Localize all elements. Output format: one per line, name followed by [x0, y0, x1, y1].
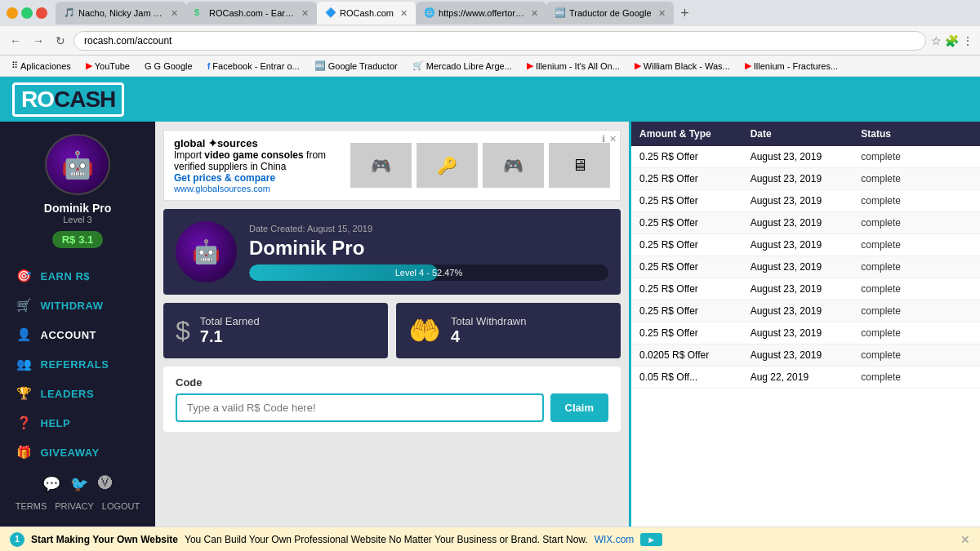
menu-button[interactable]: ⋮: [962, 34, 973, 47]
row-date: August 23, 2019: [751, 261, 862, 273]
row-status: complete: [861, 327, 972, 339]
stat-withdrawn-info: Total Withdrawn 4: [451, 315, 526, 346]
extensions-button[interactable]: 🧩: [945, 34, 959, 47]
logo-text: ROCASH: [12, 82, 124, 117]
account-icon: 👤: [16, 327, 33, 342]
ad-image-4: 🖥: [549, 143, 610, 188]
twitter-icon[interactable]: 🐦: [70, 475, 88, 493]
browser-tab-2[interactable]: $ ROCash.com - Earn Free Robux ✕: [186, 2, 317, 24]
stat-withdrawn-value: 4: [451, 327, 526, 346]
claim-button[interactable]: Claim: [550, 393, 608, 422]
discord-icon[interactable]: 💬: [42, 475, 60, 493]
new-tab-button[interactable]: +: [674, 2, 697, 24]
row-status: complete: [861, 371, 972, 383]
address-input[interactable]: [74, 31, 926, 51]
row-date: August 23, 2019: [751, 305, 862, 317]
sidebar-item-giveaway[interactable]: 🎁 GIVEAWAY: [0, 438, 155, 467]
row-status: complete: [861, 305, 972, 317]
mercado-icon: 🛒: [412, 60, 424, 71]
logout-link[interactable]: LOGOUT: [102, 501, 140, 511]
sidebar-item-referrals[interactable]: 👥 REFERRALS: [0, 349, 155, 379]
browser-tab-3[interactable]: 🔷 ROCash.com ✕: [317, 2, 416, 24]
row-date: August 23, 2019: [751, 239, 862, 251]
avatar: 🤖: [45, 134, 110, 195]
minimize-button[interactable]: [7, 7, 18, 19]
tab-favicon-2: $: [194, 7, 206, 19]
tab-favicon-5: 🔤: [555, 7, 566, 19]
logo-ro: RO: [21, 87, 54, 112]
youtube-icon-4: ▶: [745, 60, 751, 71]
google-icon: G: [145, 61, 152, 71]
table-row: 0.0205 R$ Offer August 23, 2019 complete: [631, 344, 980, 367]
bookmark-illenium1[interactable]: ▶ Illenium - It's All On...: [522, 59, 625, 73]
bookmark-google-translate[interactable]: 🔤 Google Traductor: [310, 59, 403, 73]
sidebar-links: TERMS PRIVACY LOGOUT: [16, 501, 140, 514]
table-row: 0.25 R$ Offer August 23, 2019 complete: [631, 278, 980, 300]
help-icon: ❓: [16, 415, 33, 430]
ad-info-button[interactable]: ℹ: [602, 134, 605, 144]
row-date: Aug 22, 2019: [751, 371, 862, 383]
sidebar-item-help[interactable]: ❓ HELP: [0, 408, 155, 438]
browser-tab-1[interactable]: 🎵 Nacho, Nicky Jam - Mona Lisa - ✕: [56, 2, 186, 24]
tab-label-2: ROCash.com - Earn Free Robux: [209, 8, 295, 18]
bookmark-button[interactable]: ☆: [931, 34, 942, 47]
sidebar-item-withdraw[interactable]: 🛒 WITHDRAW: [0, 291, 155, 320]
row-amount: 0.25 R$ Offer: [639, 239, 751, 251]
profile-xp-bar-container: Level 4 - 52.47%: [249, 264, 608, 281]
row-amount: 0.0205 R$ Offer: [639, 349, 751, 361]
stat-earned-info: Total Earned 7.1: [200, 315, 260, 346]
tab-close-3[interactable]: ✕: [400, 8, 408, 19]
facebook-icon: f: [207, 61, 211, 71]
bottom-bar-close-button[interactable]: ✕: [960, 533, 970, 546]
bottom-bar-cta-button[interactable]: ►: [640, 533, 662, 546]
stats-row: $ Total Earned 7.1 🤲 Total Withdrawn 4: [163, 303, 621, 358]
tab-favicon-4: 🌐: [424, 7, 435, 19]
table-row: 0.25 R$ Offer August 23, 2019 complete: [631, 234, 980, 256]
bottom-bar-cta: Start Making Your Own Website: [31, 534, 178, 545]
bottom-bar: 1 Start Making Your Own Website You Can …: [0, 527, 980, 551]
profile-xp-text: Level 4 - 52.47%: [395, 268, 463, 278]
tab-close-4[interactable]: ✕: [531, 8, 538, 19]
bookmark-william[interactable]: ▶ William Black - Was...: [630, 59, 735, 73]
sidebar-item-account[interactable]: 👤 ACCOUNT: [0, 320, 155, 349]
bookmark-facebook[interactable]: f Facebook - Entrar o...: [203, 60, 305, 73]
bookmark-apps[interactable]: ⠿ Aplicaciones: [7, 59, 76, 73]
forward-button[interactable]: →: [29, 33, 47, 49]
browser-tab-4[interactable]: 🌐 https://www.offertoro.com/ifr/s... ✕: [416, 2, 546, 24]
google-translate-icon: 🔤: [314, 60, 326, 71]
code-label: Code: [176, 376, 608, 389]
privacy-link[interactable]: PRIVACY: [55, 501, 93, 511]
ad-link[interactable]: Get prices & compare: [174, 172, 275, 184]
maximize-button[interactable]: [21, 7, 33, 19]
tab-close-1[interactable]: ✕: [171, 8, 178, 19]
table-rows: 0.25 R$ Offer August 23, 2019 complete 0…: [631, 146, 980, 389]
bookmark-google[interactable]: G G Google: [140, 60, 198, 73]
bookmark-mercado[interactable]: 🛒 Mercado Libre Arge...: [408, 59, 517, 73]
vk-icon[interactable]: 🅥: [98, 475, 113, 493]
sidebar-item-leaders[interactable]: 🏆 LEADERS: [0, 379, 155, 408]
row-amount: 0.25 R$ Offer: [639, 283, 751, 295]
ad-close-button[interactable]: ✕: [609, 134, 617, 144]
terms-link[interactable]: TERMS: [16, 501, 47, 511]
sidebar-item-earn[interactable]: 🎯 EARN R$: [0, 261, 155, 291]
row-status: complete: [861, 349, 972, 361]
table-row: 0.25 R$ Offer August 23, 2019 complete: [631, 256, 980, 278]
col-date: Date: [751, 128, 862, 140]
code-input[interactable]: [176, 393, 544, 422]
back-button[interactable]: ←: [7, 33, 24, 49]
row-date: August 23, 2019: [751, 217, 862, 229]
tab-close-5[interactable]: ✕: [658, 8, 666, 19]
profile-date: Date Created: August 15, 2019: [249, 224, 608, 233]
row-date: August 23, 2019: [751, 173, 862, 184]
transaction-table-panel: Amount & Type Date Status 0.25 R$ Offer …: [629, 122, 980, 527]
browser-title-bar: 🎵 Nacho, Nicky Jam - Mona Lisa - ✕ $ ROC…: [0, 0, 980, 26]
bottom-bar-url: WIX.com: [595, 534, 635, 545]
bookmark-illenium2[interactable]: ▶ Illenium - Fractures...: [740, 59, 843, 73]
bookmark-youtube[interactable]: ▶ YouTube: [81, 59, 135, 73]
close-button[interactable]: [36, 7, 47, 19]
tab-close-2[interactable]: ✕: [301, 8, 309, 19]
reload-button[interactable]: ↻: [52, 33, 69, 49]
profile-card: 🤖 Date Created: August 15, 2019 Dominik …: [163, 209, 621, 295]
browser-tab-5[interactable]: 🔤 Traductor de Google ✕: [546, 2, 673, 24]
window-controls: [7, 7, 47, 19]
